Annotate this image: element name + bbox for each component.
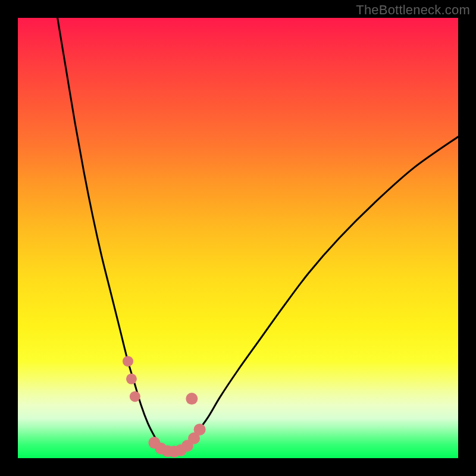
marker-dot [130,391,140,402]
chart-frame: TheBottleneck.com [0,0,476,476]
marker-dot [186,393,198,405]
marker-dot [194,424,206,436]
curve-lines [58,18,458,452]
marker-dots [123,356,206,458]
bottleneck-curve [58,18,458,452]
watermark-text: TheBottleneck.com [356,2,470,18]
chart-svg [18,18,458,458]
marker-dot [123,356,133,367]
marker-dot [126,374,137,384]
plot-area [18,18,458,458]
